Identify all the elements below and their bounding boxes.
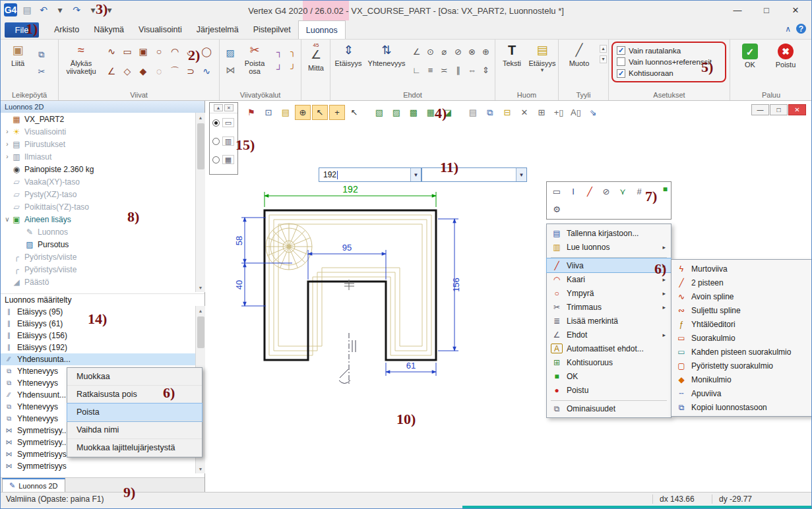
- dimension-61-text[interactable]: 61: [406, 361, 416, 371]
- text-button[interactable]: T Teksti: [498, 42, 526, 67]
- qat-button[interactable]: ▾: [53, 3, 67, 17]
- qat-button[interactable]: ↶: [36, 3, 51, 17]
- menu-item[interactable]: A Automaattiset ehdot...: [547, 342, 671, 355]
- tree-item[interactable]: ▱ Vaaka(XY)-taso: [1, 175, 195, 188]
- menu-item[interactable]: ╱ Viiva: [547, 258, 671, 272]
- remove-part-button[interactable]: ✂ Poista osa: [239, 42, 270, 75]
- menu-item[interactable]: ✂ Trimmaus: [547, 300, 671, 314]
- canvas-toolbar-button[interactable]: ▨: [389, 105, 404, 120]
- style-scroll-icon[interactable]: ▾: [600, 55, 607, 63]
- menu-item[interactable]: ■ OK: [547, 369, 671, 383]
- tree-item[interactable]: › ☀ Visualisointi: [1, 125, 195, 138]
- constraint-list-item[interactable]: ∕∕ Yhdensuunta...: [1, 353, 195, 365]
- line-shape-icon[interactable]: ◯: [199, 44, 214, 59]
- view-option[interactable]: ▥: [210, 132, 237, 150]
- ribbon-tab[interactable]: Luonnos: [298, 20, 346, 39]
- distance-constraint-button[interactable]: ⇕ Etäisyys: [333, 42, 363, 67]
- collapse-ribbon-icon[interactable]: ∧: [785, 25, 791, 33]
- mini-toolbar-icon[interactable]: ▭: [549, 185, 564, 198]
- measure-button[interactable]: 45 ∠ Mitta: [303, 42, 329, 72]
- linetool-side-icon[interactable]: ▨: [222, 45, 238, 61]
- corner-tool-icon[interactable]: ┘: [272, 62, 286, 76]
- dimension-40-text[interactable]: 40: [234, 280, 244, 289]
- line-shape-icon[interactable]: ◠: [167, 44, 183, 59]
- canvas-toolbar-button[interactable]: +: [329, 105, 345, 120]
- tree-expander-icon[interactable]: ∨: [3, 216, 11, 223]
- scroll-up-icon[interactable]: ▲: [196, 306, 205, 315]
- submenu-item[interactable]: ╱ 2 pisteen: [671, 276, 812, 289]
- context-menu-item[interactable]: Muokkaa: [67, 368, 202, 386]
- qat-button[interactable]: ↷: [69, 3, 84, 17]
- tree-item[interactable]: ∨ ▣ Aineen lisäys: [1, 213, 195, 225]
- dimension-95-text[interactable]: 95: [342, 243, 352, 253]
- menu-item[interactable]: ● Poistu: [547, 383, 671, 397]
- ribbon-tab[interactable]: Pistepilvet: [246, 20, 298, 39]
- constraint-icon[interactable]: ∟: [410, 63, 423, 77]
- combo-value[interactable]: 192: [319, 170, 410, 179]
- window-button[interactable]: □: [752, 1, 781, 19]
- view-option[interactable]: ▦: [210, 150, 237, 169]
- exit-button[interactable]: ✖ Poistu: [768, 44, 803, 69]
- tree-scrollbar[interactable]: ▲ ▼: [195, 113, 205, 292]
- view-option[interactable]: ▭: [210, 113, 237, 132]
- menu-item[interactable]: ⧉ Ominaisuudet: [547, 402, 671, 415]
- mini-toolbar-icon[interactable]: ⊘: [599, 185, 613, 198]
- submenu-item[interactable]: ▭ Kahden pisteen suorakulmio: [671, 345, 812, 359]
- constraint-icon[interactable]: ≡: [423, 63, 437, 77]
- menu-item[interactable]: [551, 254, 667, 258]
- canvas-toolbar-button[interactable]: ⊡: [261, 105, 276, 120]
- submenu-item[interactable]: ▭ Suorakulmio: [671, 331, 812, 345]
- ribbon-tab[interactable]: Visualisointi: [131, 20, 189, 39]
- line-shape-icon[interactable]: ○: [151, 44, 167, 59]
- line-shape-icon[interactable]: ◌: [151, 63, 167, 79]
- menu-item[interactable]: ○ Ympyrä: [547, 286, 671, 300]
- menu-item[interactable]: ≣ Lisää merkintä: [547, 314, 671, 328]
- line-shape-icon[interactable]: ∠: [104, 63, 119, 79]
- submenu-item[interactable]: ▢ Pyöristetty suorakulmio: [671, 359, 812, 373]
- canvas-toolbar-button[interactable]: ▤: [465, 105, 481, 120]
- canvas-toolbar-button[interactable]: ⊕: [295, 105, 311, 120]
- tree-item[interactable]: ◉ Painopiste 2.360 kg: [1, 163, 195, 175]
- dimension-156-text[interactable]: 156: [451, 278, 461, 292]
- view-options-header-icon[interactable]: ▲: [214, 104, 223, 111]
- ribbon-tab[interactable]: Näkymä: [86, 20, 131, 39]
- dimension-58-40[interactable]: [241, 218, 292, 306]
- tree-item[interactable]: ▨ Pursotus: [1, 238, 195, 251]
- bottom-tab-luonnos2d[interactable]: ✎ Luonnos 2D: [2, 478, 65, 492]
- line-shape-icon[interactable]: ◡: [183, 44, 199, 59]
- menu-item[interactable]: ⊞ Kohtisuoruus: [547, 355, 671, 369]
- document-window-button[interactable]: □: [770, 104, 788, 115]
- constraint-list-item[interactable]: ∥ Etäisyys (156): [1, 330, 195, 342]
- shape-style-button[interactable]: ╱ Muoto: [563, 42, 596, 67]
- canvas-toolbar-button[interactable]: ▦: [423, 105, 439, 120]
- ribbon-tab[interactable]: Arkisto: [47, 20, 86, 39]
- canvas-toolbar-button[interactable]: A▯: [568, 105, 584, 120]
- line-shape-icon[interactable]: ⊃: [183, 63, 199, 79]
- constraint-icon[interactable]: ⇔: [465, 63, 479, 77]
- constraint-icon[interactable]: ≍: [437, 63, 451, 77]
- reference-name-combo[interactable]: ▼: [422, 167, 527, 182]
- help-icon[interactable]: ?: [796, 24, 806, 34]
- mini-toolbar-icon[interactable]: ╱: [582, 185, 597, 198]
- constraint-icon[interactable]: ∠: [410, 45, 423, 59]
- canvas-toolbar-button[interactable]: ▤: [278, 105, 294, 120]
- context-menu-item[interactable]: Poista: [67, 404, 202, 421]
- line-shape-icon[interactable]: ⌒: [167, 63, 183, 79]
- line-shape-icon[interactable]: ∿: [104, 44, 119, 59]
- scroll-up-icon[interactable]: ▲: [196, 113, 205, 122]
- context-menu-item[interactable]: Muokkaa lajittelujärjestystä: [67, 439, 202, 457]
- document-window-button[interactable]: ✕: [788, 104, 806, 115]
- dimension-58-text[interactable]: 58: [234, 236, 244, 245]
- corner-tool-icon[interactable]: ┐: [272, 45, 286, 59]
- tree-expander-icon[interactable]: ›: [3, 140, 11, 148]
- constraint-list-item[interactable]: ∥ Etäisyys (61): [1, 318, 195, 330]
- menu-item[interactable]: [551, 398, 667, 401]
- view-options-header-icon[interactable]: ✕: [224, 104, 234, 111]
- tree-item[interactable]: ▱ Poikittais(YZ)-taso: [1, 200, 195, 213]
- submenu-item[interactable]: ƒ Yhtälöeditori: [671, 317, 812, 331]
- canvas-toolbar-button[interactable]: ✕: [516, 105, 532, 120]
- mini-toolbar-icon[interactable]: I: [566, 185, 580, 198]
- combo-dropdown-icon[interactable]: ▼: [410, 168, 421, 181]
- paste-button[interactable]: ▣ Liitä: [5, 42, 31, 67]
- constraint-icon[interactable]: ⊙: [423, 45, 437, 59]
